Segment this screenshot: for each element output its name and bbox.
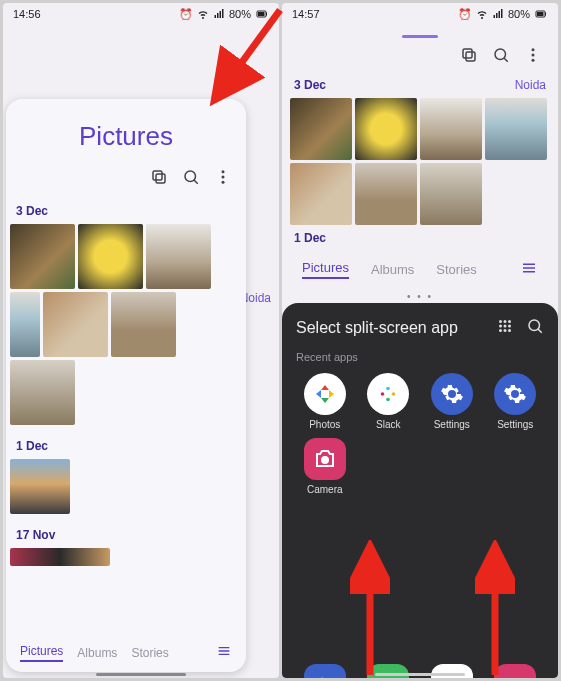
status-time: 14:56 — [13, 8, 41, 20]
tab-albums[interactable]: Albums — [371, 262, 414, 277]
alarm-icon: ⏰ — [179, 8, 193, 21]
photo-thumb[interactable] — [290, 163, 352, 225]
drag-handle[interactable] — [402, 35, 438, 38]
photo-thumb[interactable] — [111, 292, 176, 357]
section-date: 3 Dec — [294, 78, 326, 92]
photo-thumb[interactable] — [355, 163, 417, 225]
floating-window[interactable]: Pictures 3 Dec 1 Dec 17 Nov — [6, 99, 246, 672]
wifi-icon — [476, 8, 488, 20]
photo-thumb[interactable] — [290, 98, 352, 160]
gear-icon — [494, 373, 536, 415]
app-bixby[interactable] — [296, 664, 354, 678]
photos-icon — [304, 373, 346, 415]
photo-thumb[interactable] — [355, 98, 417, 160]
signal-icon — [213, 8, 225, 20]
svg-rect-40 — [386, 398, 390, 402]
toolbar — [282, 44, 558, 76]
app-slack[interactable]: Slack — [360, 373, 418, 430]
battery-icon — [534, 8, 548, 20]
panel-title: Select split-screen app — [296, 319, 484, 337]
app-label: Settings — [434, 419, 470, 430]
camera-icon — [304, 438, 346, 480]
svg-point-18 — [495, 49, 506, 60]
photo-thumb[interactable] — [146, 224, 211, 289]
bottom-tabs: Pictures Albums Stories — [282, 251, 558, 290]
app-photos[interactable]: Photos — [296, 373, 354, 430]
svg-point-7 — [222, 170, 225, 173]
svg-line-19 — [504, 58, 508, 62]
separator-dots: • • • — [282, 290, 558, 303]
svg-rect-1 — [258, 12, 265, 16]
photo-thumb[interactable] — [420, 98, 482, 160]
svg-point-29 — [499, 325, 502, 328]
search-icon[interactable] — [492, 46, 510, 68]
svg-point-5 — [185, 171, 196, 182]
app-settings[interactable]: Settings — [487, 373, 545, 430]
app-label: Camera — [307, 484, 343, 495]
more-icon[interactable] — [214, 168, 232, 190]
search-icon[interactable] — [526, 317, 544, 339]
svg-point-22 — [532, 59, 535, 62]
photo-thumb[interactable] — [10, 224, 75, 289]
battery-icon — [255, 8, 269, 20]
app-camera[interactable] — [487, 664, 545, 678]
svg-point-34 — [508, 329, 511, 332]
svg-point-31 — [508, 325, 511, 328]
photo-thumb[interactable] — [78, 224, 143, 289]
app-label: Photos — [309, 419, 340, 430]
svg-rect-4 — [153, 171, 162, 180]
section-header: 17 Nov — [6, 520, 246, 548]
svg-point-20 — [532, 48, 535, 51]
photo-thumb[interactable] — [10, 360, 75, 425]
svg-point-26 — [499, 320, 502, 323]
section-location: Noida — [515, 78, 546, 92]
svg-rect-39 — [392, 392, 396, 396]
tab-pictures[interactable]: Pictures — [20, 644, 63, 662]
svg-point-33 — [504, 329, 507, 332]
thumbnail-grid — [6, 224, 246, 431]
photo-thumb[interactable] — [10, 459, 70, 514]
svg-rect-14 — [537, 12, 544, 16]
svg-rect-3 — [156, 174, 165, 183]
photo-thumb[interactable] — [485, 98, 547, 160]
tab-stories[interactable]: Stories — [436, 262, 476, 277]
svg-point-41 — [321, 456, 329, 464]
tab-albums[interactable]: Albums — [77, 646, 117, 660]
bottom-tabs: Pictures Albums Stories — [6, 633, 246, 672]
hamburger-icon[interactable] — [216, 643, 232, 662]
panel-subtitle: Recent apps — [296, 349, 544, 373]
hamburger-icon[interactable] — [520, 259, 538, 280]
search-icon[interactable] — [182, 168, 200, 190]
svg-rect-16 — [466, 52, 475, 61]
photo-thumb[interactable] — [43, 292, 108, 357]
bixby-icon — [304, 664, 346, 678]
apps-grid-icon[interactable] — [496, 317, 514, 339]
svg-rect-15 — [545, 13, 546, 16]
battery-text: 80% — [508, 8, 530, 20]
section-header: 1 Dec — [6, 431, 246, 459]
svg-rect-2 — [266, 13, 267, 16]
page-title: Pictures — [6, 99, 246, 160]
app-camera[interactable]: Camera — [296, 438, 354, 495]
svg-point-21 — [532, 54, 535, 57]
phone-right: 14:57 ⏰ 80% 3 Dec Noida — [282, 3, 558, 678]
copy-icon[interactable] — [150, 168, 168, 190]
split-screen-picker: Select split-screen app Recent apps Phot… — [282, 303, 558, 678]
status-bar: 14:57 ⏰ 80% — [282, 3, 558, 25]
app-settings[interactable]: Settings — [423, 373, 481, 430]
svg-rect-17 — [463, 49, 472, 58]
photo-thumb[interactable] — [420, 163, 482, 225]
tab-stories[interactable]: Stories — [131, 646, 168, 660]
more-icon[interactable] — [524, 46, 542, 68]
photo-thumb[interactable] — [10, 292, 40, 357]
nav-handle[interactable] — [96, 673, 186, 676]
tab-pictures[interactable]: Pictures — [302, 260, 349, 279]
phone-left: 14:56 ⏰ 80% Noida Pictures 3 Dec — [3, 3, 279, 678]
section-header: 3 Dec — [6, 196, 246, 224]
nav-handle[interactable] — [375, 673, 465, 676]
photo-thumb[interactable] — [10, 548, 110, 566]
status-bar: 14:56 ⏰ 80% — [3, 3, 279, 25]
svg-rect-37 — [381, 392, 385, 396]
status-time: 14:57 — [292, 8, 320, 20]
copy-icon[interactable] — [460, 46, 478, 68]
